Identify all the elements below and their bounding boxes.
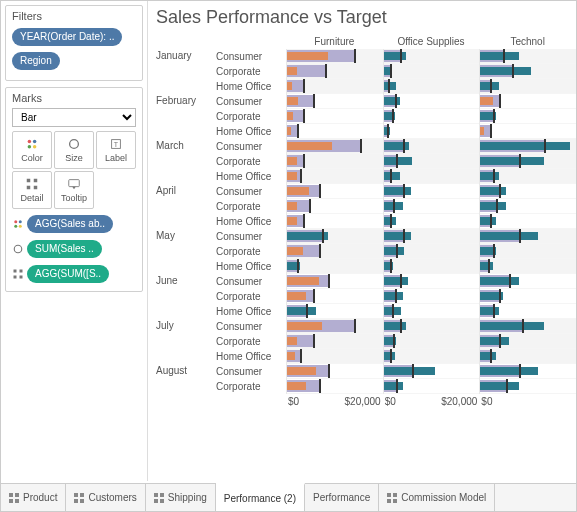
shelf-detail[interactable]: Detail [12,171,52,209]
svg-point-2 [28,145,32,149]
bar-cell[interactable] [480,244,576,259]
bar-cell[interactable] [287,154,383,169]
target-mark [503,49,505,63]
bar-cell[interactable] [384,274,480,289]
shelf-label[interactable]: T Label [96,131,136,169]
actual-bar [480,307,499,315]
bar-cell[interactable] [480,154,576,169]
bar-cell[interactable] [287,244,383,259]
bar-cell[interactable] [384,109,480,124]
tab-performance-2-[interactable]: Performance (2) [216,483,305,511]
tab-customers[interactable]: Customers [66,484,145,511]
bar-cell[interactable] [384,304,480,319]
segment-label: Corporate [216,289,286,304]
segment-label: Corporate [216,154,286,169]
bar-cell[interactable] [287,184,383,199]
bar-cell[interactable] [384,289,480,304]
bar-cell[interactable] [384,124,480,139]
bar-cell[interactable] [384,364,480,379]
bar-cell[interactable] [480,49,576,64]
shelf-tooltip[interactable]: Tooltip [54,171,94,209]
shelf-size[interactable]: Size [54,131,94,169]
segment-label: Consumer [216,94,286,109]
bar-cell[interactable] [480,184,576,199]
bar-cell[interactable] [287,109,383,124]
filter-pill-year[interactable]: YEAR(Order Date): .. [12,28,122,46]
bar-cell[interactable] [287,139,383,154]
marks-pill-1[interactable]: SUM(Sales .. [27,240,102,258]
bar-cell[interactable] [384,349,480,364]
mark-type-select[interactable]: Bar [12,108,136,127]
bar-cell[interactable] [287,364,383,379]
bar-cell[interactable] [384,154,480,169]
bar-cell[interactable] [287,334,383,349]
tab-commission-model[interactable]: Commission Model [379,484,495,511]
bar-cell[interactable] [480,229,576,244]
bar-cell[interactable] [480,79,576,94]
bar-cell[interactable] [287,289,383,304]
bar-cell[interactable] [480,289,576,304]
bar-cell[interactable] [287,64,383,79]
bar-cell[interactable] [384,259,480,274]
bar-cell[interactable] [480,319,576,334]
bar-cell[interactable] [384,244,480,259]
tab-product[interactable]: Product [1,484,66,511]
bar-cell[interactable] [480,349,576,364]
marks-pill-row-1[interactable]: SUM(Sales .. [12,238,136,260]
bar-cell[interactable] [480,109,576,124]
bar-cell[interactable] [384,334,480,349]
bar-cell[interactable] [480,64,576,79]
marks-pill-0[interactable]: AGG(Sales ab.. [27,215,113,233]
bar-cell[interactable] [287,319,383,334]
bar-cell[interactable] [480,214,576,229]
bar-cell[interactable] [480,379,576,394]
bar-cell[interactable] [287,199,383,214]
actual-bar [287,127,291,135]
target-mark [354,319,356,333]
actual-bar [480,367,537,375]
bar-cell[interactable] [287,94,383,109]
bar-cell[interactable] [384,199,480,214]
bar-cell[interactable] [480,274,576,289]
bar-cell[interactable] [287,304,383,319]
marks-pill-2[interactable]: AGG(SUM([S.. [27,265,109,283]
tab-shipping[interactable]: Shipping [146,484,216,511]
bar-cell[interactable] [287,259,383,274]
bar-cell[interactable] [384,64,480,79]
tab-performance[interactable]: Performance [305,484,379,511]
bar-cell[interactable] [384,94,480,109]
bar-cell[interactable] [384,229,480,244]
bar-cell[interactable] [480,94,576,109]
bar-cell[interactable] [287,274,383,289]
bar-cell[interactable] [480,124,576,139]
bar-cell[interactable] [384,319,480,334]
bar-cell[interactable] [287,229,383,244]
bar-cell[interactable] [287,379,383,394]
bar-cell[interactable] [384,184,480,199]
marks-pill-row-0[interactable]: AGG(Sales ab.. [12,213,136,235]
shelf-color[interactable]: Color [12,131,52,169]
bar-cell[interactable] [287,214,383,229]
segment-label: Home Office [216,214,286,229]
bar-cell[interactable] [287,169,383,184]
filter-pill-region[interactable]: Region [12,52,60,70]
target-mark [403,139,405,153]
bar-cell[interactable] [480,334,576,349]
bar-cell[interactable] [480,199,576,214]
marks-pill-row-2[interactable]: AGG(SUM([S.. [12,263,136,285]
bar-cell[interactable] [480,304,576,319]
bar-cell[interactable] [480,139,576,154]
bar-cell[interactable] [287,349,383,364]
bar-cell[interactable] [384,139,480,154]
bar-cell[interactable] [287,124,383,139]
bar-cell[interactable] [384,79,480,94]
bar-cell[interactable] [384,379,480,394]
bar-cell[interactable] [480,364,576,379]
bar-cell[interactable] [287,49,383,64]
bar-cell[interactable] [287,79,383,94]
bar-cell[interactable] [384,169,480,184]
bar-cell[interactable] [384,49,480,64]
bar-cell[interactable] [384,214,480,229]
bar-cell[interactable] [480,169,576,184]
bar-cell[interactable] [480,259,576,274]
